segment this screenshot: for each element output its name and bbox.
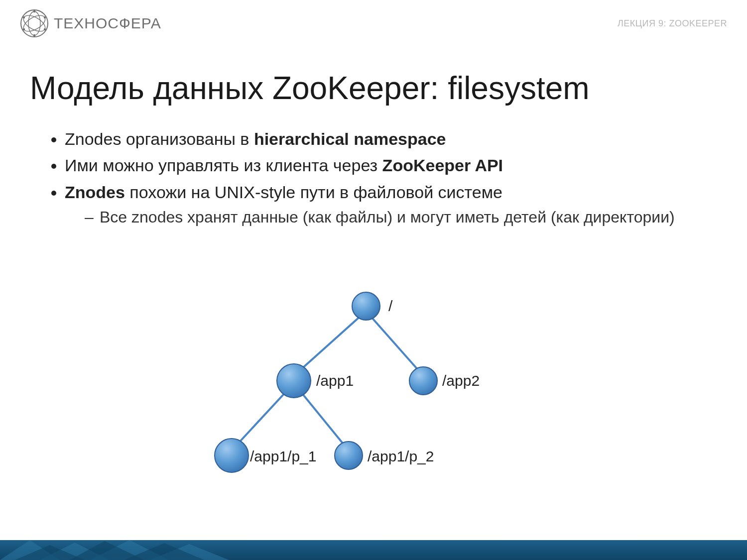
bullet-2: Ими можно управлять из клиента через Zoo… [65,153,717,178]
tree-node-root [352,292,380,320]
bullet-list: Znodes организованы в hierarchical names… [45,127,717,230]
brand-text: ТЕХНОСФЕРА [54,15,161,32]
tree-label-app1: /app1 [316,372,354,389]
bullet-3-bold: Znodes [65,183,125,202]
bullet-2-text: Ими можно управлять из клиента через [65,156,382,175]
svg-point-1 [28,11,40,35]
bullet-1-text: Znodes организованы в [65,129,254,148]
svg-line-10 [294,311,366,376]
logo-icon [20,9,49,38]
svg-point-6 [44,16,46,18]
bullet-1: Znodes организованы в hierarchical names… [65,127,717,151]
svg-line-11 [366,311,423,376]
tree-node-p1 [215,439,249,472]
tree-label-p1: /app1/p_1 [250,448,316,464]
tree-label-root: / [388,298,393,314]
svg-point-3 [21,12,48,35]
bullet-3-sub: Все znodes хранят данные (как файлы) и м… [85,206,717,228]
header: ТЕХНОСФЕРА ЛЕКЦИЯ 9: ZOOKEEPER [20,9,727,38]
lecture-label: ЛЕКЦИЯ 9: ZOOKEEPER [618,18,727,29]
svg-point-4 [33,10,35,12]
slide-title: Модель данных ZooKeeper: filesystem [30,70,590,107]
tree-label-p2: /app1/p_2 [368,448,434,464]
tree-node-app1 [277,364,311,398]
logo: ТЕХНОСФЕРА [20,9,161,38]
svg-point-8 [44,28,46,30]
bullet-1-bold: hierarchical namespace [254,129,446,148]
slide: { "header": { "brand": "ТЕХНОСФЕРА", "le… [0,0,747,560]
footer-band [0,540,747,560]
znode-tree-diagram: / /app1 /app2 /app1/p_1 /app1/p_2 [189,284,558,493]
bullet-2-bold: ZooKeeper API [382,156,503,175]
svg-point-7 [23,28,25,30]
svg-point-5 [33,34,35,36]
svg-point-9 [23,16,25,18]
tree-node-p2 [335,442,363,469]
tree-node-app2 [409,367,437,395]
bullet-3-text: похожи на UNIX-style пути в файловой сис… [125,183,502,202]
tree-label-app2: /app2 [442,372,480,389]
bullet-3: Znodes похожи на UNIX-style пути в файло… [65,180,717,229]
